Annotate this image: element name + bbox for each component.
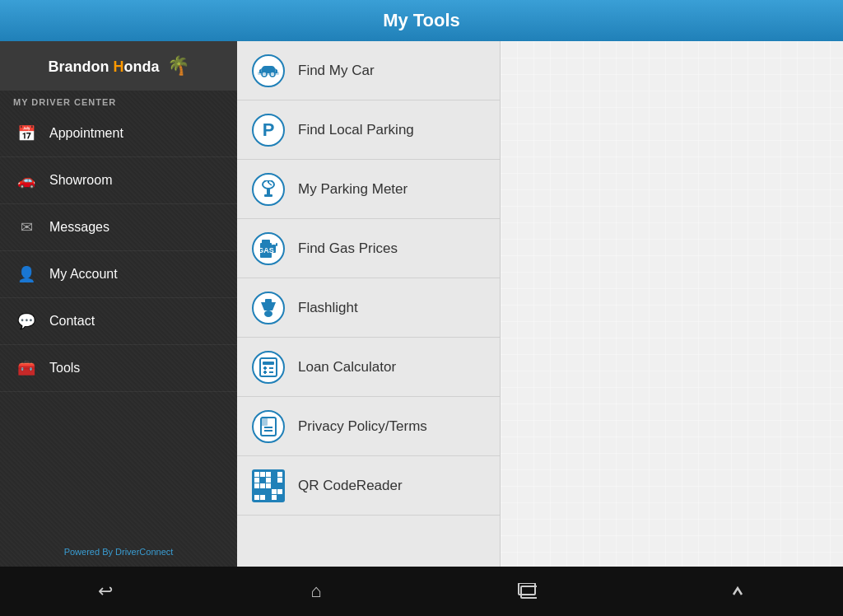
sidebar-item-label-tools: Tools: [49, 361, 80, 376]
sidebar-item-label-appointment: Appointment: [49, 126, 123, 141]
menu-item-loan-calculator[interactable]: Loan Calculator: [237, 338, 500, 397]
svg-rect-12: [276, 243, 277, 246]
content-panel: Find My Car P Find Local Parking My Park…: [237, 41, 843, 567]
find-my-car-icon-wrap: [250, 53, 286, 89]
menu-item-qr-codereader[interactable]: QR CodeReader: [237, 456, 500, 516]
find-my-car-label: Find My Car: [298, 63, 375, 79]
sidebar-item-label-messages: Messages: [49, 220, 109, 235]
my-account-icon: 👤: [13, 261, 40, 287]
my-parking-meter-icon-wrap: [250, 171, 286, 208]
loan-calculator-icon-wrap: [250, 349, 286, 385]
loan-calculator-icon: [252, 351, 285, 384]
flashlight-icon: [252, 292, 285, 324]
palm-icon: 🌴: [167, 55, 189, 77]
privacy-policy-label: Privacy Policy/Terms: [298, 418, 427, 435]
menu-item-flashlight[interactable]: Flashlight: [237, 278, 500, 338]
sidebar-item-label-showroom: Showroom: [49, 173, 112, 188]
menu-list: Find My Car P Find Local Parking My Park…: [237, 41, 501, 567]
svg-rect-17: [260, 358, 277, 376]
find-gas-prices-icon: GAS: [252, 232, 285, 265]
qr-codereader-label: QR CodeReader: [298, 478, 403, 494]
svg-point-14: [264, 310, 272, 317]
driver-center-label: MY DRIVER CENTER: [0, 91, 237, 110]
loan-calculator-label: Loan Calculator: [298, 359, 396, 376]
sidebar-logo: Brandon Honda 🌴: [0, 41, 237, 91]
qr-codereader-icon-wrap: [250, 468, 286, 504]
find-gas-prices-icon-wrap: GAS: [250, 231, 286, 267]
svg-rect-5: [267, 189, 270, 195]
svg-rect-11: [262, 240, 270, 244]
recents-button[interactable]: [506, 571, 547, 612]
sidebar-item-messages[interactable]: ✉ Messages: [0, 204, 237, 251]
appointment-icon: 📅: [13, 120, 40, 147]
footer-prefix: Powered By Driver: [64, 547, 140, 557]
logo-text: Brandon Honda 🌴: [49, 55, 189, 77]
svg-rect-18: [263, 362, 274, 365]
find-local-parking-icon: P: [252, 114, 285, 147]
menu-item-privacy-policy[interactable]: Privacy Policy/Terms: [237, 397, 500, 456]
sidebar-item-showroom[interactable]: 🚗 Showroom: [0, 157, 237, 204]
find-local-parking-icon-wrap: P: [250, 112, 286, 148]
flashlight-label: Flashlight: [298, 300, 358, 316]
contact-icon: 💬: [13, 308, 40, 334]
messages-icon: ✉: [13, 214, 40, 240]
menu-item-find-gas-prices[interactable]: GAS Find Gas Prices: [237, 219, 500, 278]
sidebar-item-my-account[interactable]: 👤 My Account: [0, 251, 237, 298]
privacy-policy-icon-wrap: [250, 408, 286, 445]
home-button[interactable]: ⌂: [296, 571, 337, 612]
right-panel: [501, 41, 843, 567]
bottom-nav: ↩ ⌂: [0, 567, 843, 616]
sidebar-footer: Powered By DriverConnect: [0, 537, 237, 567]
find-local-parking-label: Find Local Parking: [298, 122, 414, 138]
showroom-icon: 🚗: [13, 167, 40, 194]
svg-marker-15: [261, 302, 276, 310]
sidebar: Brandon Honda 🌴 MY DRIVER CENTER 📅 Appoi…: [0, 41, 237, 567]
menu-item-my-parking-meter[interactable]: My Parking Meter: [237, 160, 500, 219]
sidebar-item-label-my-account: My Account: [49, 267, 118, 282]
svg-text:GAS: GAS: [258, 246, 274, 254]
svg-line-8: [268, 183, 272, 185]
sidebar-item-appointment[interactable]: 📅 Appointment: [0, 110, 237, 157]
find-gas-prices-label: Find Gas Prices: [298, 240, 398, 257]
back-button[interactable]: ↩: [85, 571, 126, 612]
svg-rect-16: [265, 299, 272, 303]
footer-brand: Connect: [139, 547, 173, 557]
menu-item-find-my-car[interactable]: Find My Car: [237, 41, 500, 100]
up-button[interactable]: [717, 571, 758, 612]
sidebar-item-label-contact: Contact: [49, 314, 95, 329]
svg-rect-6: [264, 194, 272, 197]
top-header: My Tools: [0, 0, 843, 41]
qr-icon: [252, 469, 285, 502]
flashlight-icon-wrap: [250, 290, 286, 326]
sidebar-item-contact[interactable]: 💬 Contact: [0, 298, 237, 345]
main-area: Brandon Honda 🌴 MY DRIVER CENTER 📅 Appoi…: [0, 41, 843, 567]
privacy-policy-icon: [252, 410, 285, 443]
sidebar-items-list: 📅 Appointment 🚗 Showroom ✉ Messages 👤 My…: [0, 110, 237, 392]
my-parking-meter-label: My Parking Meter: [298, 181, 408, 198]
sidebar-item-tools[interactable]: 🧰 Tools: [0, 345, 237, 392]
page-title: My Tools: [383, 10, 460, 31]
svg-rect-26: [261, 418, 268, 426]
find-my-car-icon: [252, 54, 285, 87]
my-parking-meter-icon: [252, 173, 285, 206]
menu-item-find-local-parking[interactable]: P Find Local Parking: [237, 100, 500, 160]
tools-icon: 🧰: [13, 355, 40, 381]
